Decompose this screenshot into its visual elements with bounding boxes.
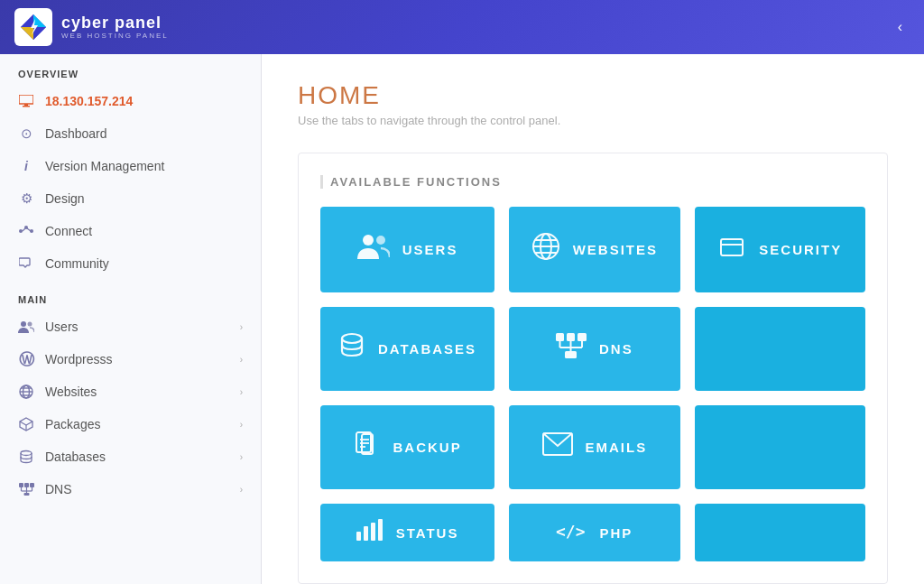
databases-arrow: › [240, 452, 243, 462]
status-function-icon [356, 518, 383, 547]
svg-text:</>: </> [556, 522, 586, 541]
websites-function-icon [531, 232, 560, 267]
users-nav-label: Users [45, 320, 229, 334]
svg-rect-45 [578, 333, 587, 341]
sidebar-item-websites[interactable]: Websites › [0, 375, 261, 408]
sidebar-item-connect[interactable]: Connect [0, 215, 261, 247]
php-function-icon: </> [556, 518, 587, 547]
logo-name: cyber panel [61, 14, 169, 32]
sidebar-item-version[interactable]: i Version Management [0, 150, 261, 182]
websites-function-card[interactable]: WEBSITES [509, 207, 679, 292]
svg-rect-60 [371, 523, 375, 541]
svg-rect-44 [567, 333, 575, 341]
ninth-function-card[interactable] [695, 405, 865, 489]
version-label: Version Management [45, 159, 243, 173]
websites-card-label: WEBSITES [573, 242, 658, 257]
body-wrap: OVERVIEW 18.130.157.214 ⊙ Dashboard i Ve… [0, 54, 924, 584]
backup-function-card[interactable]: BACKUP [320, 405, 494, 489]
page-subtitle: Use the tabs to navigate through the con… [298, 114, 888, 127]
databases-nav-label: Databases [45, 450, 229, 464]
logo-text: cyber panel WEB HOSTING PANEL [61, 14, 169, 41]
third-function-icon [717, 232, 746, 267]
sidebar-item-packages[interactable]: Packages › [0, 408, 261, 440]
svg-point-42 [342, 334, 362, 343]
emails-function-card[interactable]: EMAILS [509, 405, 679, 489]
svg-rect-32 [23, 493, 29, 496]
sidebar-item-community[interactable]: Community [0, 247, 261, 280]
svg-line-20 [20, 422, 26, 425]
websites-icon [18, 384, 34, 400]
status-card-label: STATUS [396, 525, 459, 541]
sixth-function-card[interactable] [695, 307, 865, 391]
sidebar-item-users[interactable]: Users › [0, 311, 261, 343]
design-label: Design [45, 191, 243, 206]
svg-rect-25 [24, 483, 29, 487]
svg-rect-61 [378, 519, 383, 541]
main-section-title: MAIN [0, 280, 261, 311]
svg-rect-52 [356, 432, 371, 452]
main-content: HOME Use the tabs to navigate through th… [262, 54, 924, 584]
wordpress-icon: Ⓦ [18, 351, 34, 367]
sidebar-item-ip[interactable]: 18.130.157.214 [0, 85, 261, 117]
sidebar-item-dns[interactable]: DNS › [0, 473, 261, 505]
users-card-label: USERS [402, 242, 458, 257]
wordpress-label: Wordpresss [45, 352, 229, 366]
svg-line-11 [23, 228, 25, 231]
svg-rect-5 [19, 95, 33, 104]
logo-sub: WEB HOSTING PANEL [61, 32, 169, 40]
sidebar-item-dashboard[interactable]: ⊙ Dashboard [0, 117, 261, 150]
svg-rect-6 [24, 104, 28, 106]
dashboard-icon: ⊙ [18, 125, 34, 142]
functions-grid: USERS WEBSITES [320, 207, 865, 561]
sidebar-item-databases[interactable]: Databases › [0, 440, 261, 473]
php-function-card[interactable]: </> PHP [509, 504, 679, 561]
available-functions-title: AVAILABLE FUNCTIONS [320, 175, 865, 189]
svg-marker-3 [21, 27, 33, 40]
wordpress-arrow: › [240, 355, 243, 365]
monitor-icon [18, 93, 34, 109]
svg-point-14 [28, 322, 32, 327]
sidebar-item-wordpress[interactable]: Ⓦ Wordpresss › [0, 343, 261, 375]
svg-line-21 [26, 422, 32, 425]
third-function-card[interactable]: SECURITY [695, 207, 865, 292]
third-card-label: SECURITY [759, 242, 842, 257]
info-icon: i [18, 158, 34, 174]
twelfth-function-card[interactable] [695, 504, 865, 561]
svg-point-34 [376, 236, 385, 245]
connect-label: Connect [45, 224, 243, 238]
svg-rect-58 [356, 532, 361, 541]
svg-point-23 [21, 451, 32, 456]
collapse-button[interactable]: ‹ [891, 15, 910, 39]
svg-rect-7 [23, 106, 30, 107]
svg-rect-43 [556, 333, 564, 341]
packages-label: Packages [45, 417, 229, 431]
status-function-card[interactable]: STATUS [320, 504, 494, 561]
svg-point-33 [363, 235, 374, 246]
users-function-card[interactable]: USERS [320, 207, 494, 292]
connect-icon [18, 223, 34, 239]
backup-card-label: BACKUP [393, 440, 461, 455]
emails-card-label: EMAILS [586, 440, 648, 455]
databases-card-label: DATABASES [378, 341, 476, 357]
dns-arrow: › [240, 485, 243, 495]
dns-nav-label: DNS [45, 482, 229, 496]
packages-arrow: › [240, 420, 243, 430]
svg-marker-4 [21, 14, 33, 27]
databases-icon [18, 449, 34, 465]
users-function-icon [357, 234, 390, 265]
users-icon [18, 319, 34, 335]
dashboard-label: Dashboard [45, 126, 243, 141]
sidebar-item-design[interactable]: ⚙ Design [0, 182, 261, 215]
databases-function-card[interactable]: DATABASES [320, 307, 494, 391]
backup-function-icon [353, 431, 380, 464]
svg-point-13 [21, 321, 26, 327]
logo: cyber panel WEB HOSTING PANEL [14, 8, 169, 46]
svg-rect-51 [565, 351, 577, 358]
svg-marker-1 [33, 14, 46, 27]
header: cyber panel WEB HOSTING PANEL ‹ [0, 0, 924, 54]
dns-card-label: DNS [599, 341, 633, 357]
dns-function-card[interactable]: DNS [509, 307, 679, 391]
community-icon [18, 255, 34, 272]
overview-section-title: OVERVIEW [0, 54, 261, 85]
websites-arrow: › [240, 387, 243, 397]
